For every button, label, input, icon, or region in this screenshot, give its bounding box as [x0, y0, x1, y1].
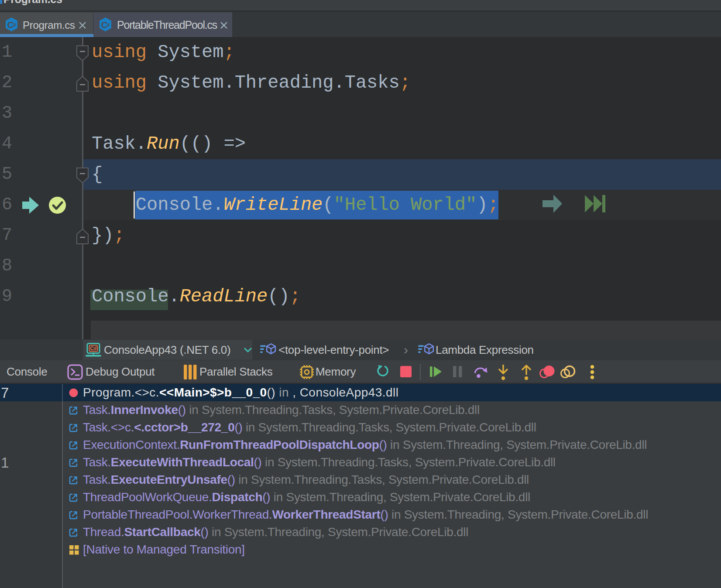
svg-text:C: C	[101, 20, 107, 30]
svg-text:C: C	[7, 20, 14, 30]
svg-text:#: #	[13, 22, 16, 27]
svg-text:C#: C#	[90, 345, 97, 352]
svg-text:#: #	[107, 22, 110, 27]
